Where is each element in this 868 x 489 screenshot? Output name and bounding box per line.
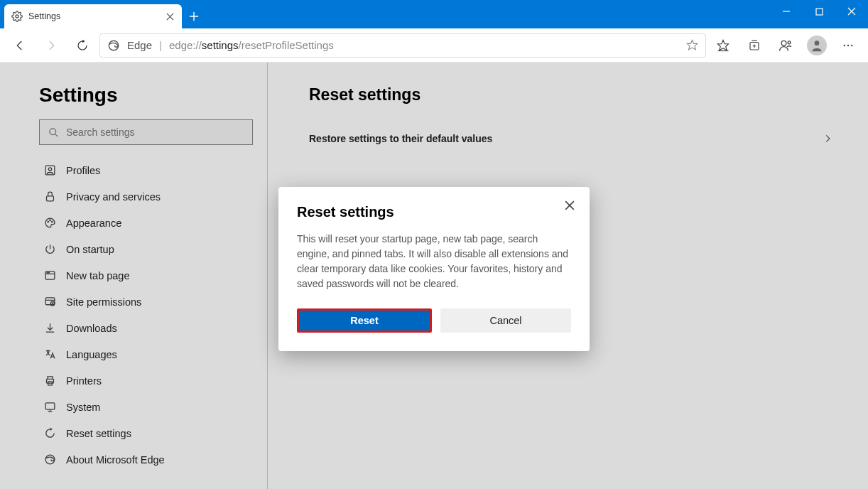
dialog-body: This will reset your startup page, new t…: [297, 232, 571, 291]
svg-point-2: [109, 41, 119, 50]
svg-point-7: [788, 41, 791, 43]
browser-tab-settings[interactable]: Settings: [4, 4, 182, 28]
separator: |: [159, 39, 162, 51]
window-titlebar: Settings: [0, 0, 868, 28]
close-tab-icon[interactable]: [165, 11, 175, 21]
svg-point-10: [847, 44, 849, 45]
window-controls: [770, 0, 868, 23]
dialog-title: Reset settings: [297, 204, 571, 220]
reset-button-highlight: Reset: [297, 308, 432, 333]
svg-point-9: [844, 44, 845, 45]
svg-point-6: [781, 41, 786, 45]
cancel-button[interactable]: Cancel: [440, 308, 571, 333]
forward-button[interactable]: [37, 31, 65, 60]
refresh-button[interactable]: [68, 31, 97, 60]
svg-marker-3: [687, 40, 697, 49]
browser-toolbar: Edge | edge://settings/resetProfileSetti…: [0, 28, 868, 63]
back-button[interactable]: [6, 31, 34, 60]
page-content: Settings Search settings Profiles Privac…: [0, 63, 868, 489]
site-identity-label: Edge: [127, 39, 152, 51]
url-text: edge://settings/resetProfileSettings: [169, 39, 334, 51]
tab-strip: Settings: [0, 0, 206, 28]
favorite-star-icon[interactable]: [686, 39, 698, 51]
maximize-button[interactable]: [803, 0, 835, 23]
svg-point-11: [851, 44, 852, 45]
reset-settings-dialog: Reset settings This will reset your star…: [278, 187, 590, 351]
tab-title: Settings: [28, 11, 159, 21]
svg-rect-1: [816, 9, 823, 15]
close-window-button[interactable]: [835, 0, 868, 23]
address-bar[interactable]: Edge | edge://settings/resetProfileSetti…: [99, 33, 706, 58]
gear-icon: [11, 11, 23, 22]
profile-avatar[interactable]: [803, 31, 831, 60]
avatar-icon: [807, 36, 827, 55]
reset-button[interactable]: Reset: [299, 311, 430, 331]
svg-point-8: [815, 41, 820, 45]
edge-logo-icon: [107, 39, 120, 52]
new-tab-button[interactable]: [182, 4, 206, 28]
minimize-button[interactable]: [770, 0, 803, 23]
svg-point-0: [16, 15, 18, 18]
more-menu-button[interactable]: [834, 31, 862, 60]
collections-button[interactable]: [740, 31, 769, 60]
favorites-button[interactable]: [709, 31, 737, 60]
dialog-close-button[interactable]: [561, 197, 578, 214]
svg-marker-4: [718, 40, 729, 50]
profile-button[interactable]: [771, 31, 800, 60]
dialog-buttons: Reset Cancel: [297, 308, 571, 333]
